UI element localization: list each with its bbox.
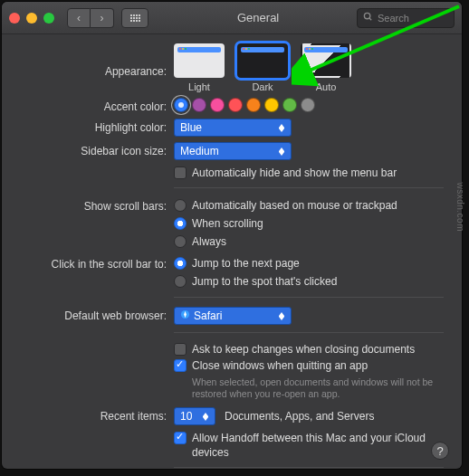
close-windows-label: Close windows when quitting an app <box>192 358 368 373</box>
svg-line-1 <box>369 17 371 19</box>
scroll-show-option-2[interactable]: Always <box>174 233 226 250</box>
accent-orange[interactable] <box>246 98 261 112</box>
divider <box>174 187 444 188</box>
autohide-menubar-input[interactable] <box>174 167 187 179</box>
highlight-value: Blue <box>180 121 202 134</box>
window-title: General <box>237 11 279 24</box>
content: Appearance: Light Dark Auto <box>2 34 462 469</box>
scrollbars-label: Show scroll bars: <box>11 197 174 213</box>
browser-label: Default web browser: <box>11 307 174 322</box>
accent-label: Accent color: <box>11 98 174 113</box>
nav-segment: ‹ › <box>67 8 114 28</box>
grid-icon <box>130 14 140 22</box>
recent-items-select[interactable]: 10 <box>174 407 215 425</box>
close-windows-checkbox[interactable]: Close windows when quitting an app <box>174 358 368 373</box>
appearance-label: Appearance: <box>11 43 174 78</box>
forward-button[interactable]: › <box>91 8 114 28</box>
handoff-input[interactable] <box>174 432 187 444</box>
search-field[interactable] <box>357 8 455 28</box>
recent-items-suffix: Documents, Apps, and Servers <box>225 410 374 423</box>
appearance-light[interactable]: Light <box>174 43 225 92</box>
scroll-click-radio-1[interactable] <box>174 275 187 288</box>
ask-keep-changes-label: Ask to keep changes when closing documen… <box>192 342 415 357</box>
titlebar: ‹ › General <box>2 2 462 34</box>
scroll-click-option-0[interactable]: Jump to the next page <box>174 255 300 271</box>
browser-value: Safari <box>194 309 222 322</box>
accent-green[interactable] <box>282 98 297 112</box>
scroll-show-label-0: Automatically based on mouse or trackpad <box>192 197 397 214</box>
ask-keep-changes-input[interactable] <box>174 343 187 356</box>
minimize-window-icon[interactable] <box>26 13 37 24</box>
search-input[interactable] <box>378 13 448 24</box>
zoom-window-icon[interactable] <box>43 13 54 24</box>
window-controls <box>9 13 54 24</box>
scroll-show-option-1[interactable]: When scrolling <box>174 215 263 232</box>
accent-pink[interactable] <box>210 98 225 112</box>
ask-keep-changes-checkbox[interactable]: Ask to keep changes when closing documen… <box>174 342 415 357</box>
sidebar-size-value: Medium <box>180 145 219 157</box>
autohide-menubar-label: Automatically hide and show the menu bar <box>192 166 397 180</box>
scroll-show-radio-2[interactable] <box>174 235 187 248</box>
chevron-right-icon: › <box>100 12 104 24</box>
accent-purple[interactable] <box>192 98 206 112</box>
scroll-show-label-1: When scrolling <box>192 215 263 232</box>
accent-color-row <box>174 98 444 112</box>
divider <box>174 467 444 468</box>
scroll-show-option-0[interactable]: Automatically based on mouse or trackpad <box>174 197 397 214</box>
watermark: wsxdn.com <box>455 182 465 232</box>
svg-point-0 <box>364 13 369 18</box>
autohide-menubar-checkbox[interactable]: Automatically hide and show the menu bar <box>174 166 397 180</box>
handoff-checkbox[interactable]: Allow Handoff between this Mac and your … <box>174 431 444 460</box>
appearance-auto-label: Auto <box>316 81 337 92</box>
scroll-show-radio-0[interactable] <box>174 199 187 212</box>
accent-gray[interactable] <box>301 98 315 112</box>
scroll-click-label-1: Jump to the spot that's clicked <box>192 273 337 290</box>
close-windows-hint: When selected, open documents and window… <box>192 376 444 400</box>
sidebar-label: Sidebar icon size: <box>11 142 174 157</box>
handoff-label: Allow Handoff between this Mac and your … <box>192 431 444 460</box>
appearance-dark-label: Dark <box>252 81 273 92</box>
compass-icon <box>180 309 190 322</box>
help-icon: ? <box>436 444 443 458</box>
close-window-icon[interactable] <box>9 13 20 24</box>
appearance-light-label: Light <box>188 81 210 92</box>
sidebar-size-select[interactable]: Medium <box>174 142 292 160</box>
divider <box>174 332 444 333</box>
appearance-options: Light Dark Auto <box>174 43 351 92</box>
scroll-click-option-1[interactable]: Jump to the spot that's clicked <box>174 273 337 290</box>
scroll-show-radio-1[interactable] <box>174 217 187 230</box>
close-windows-input[interactable] <box>174 359 187 372</box>
back-button[interactable]: ‹ <box>67 8 91 28</box>
appearance-auto[interactable]: Auto <box>301 43 351 92</box>
highlight-select[interactable]: Blue <box>174 119 292 137</box>
recent-items-value: 10 <box>180 410 192 423</box>
accent-yellow[interactable] <box>264 98 279 112</box>
chevron-left-icon: ‹ <box>77 12 81 24</box>
help-button[interactable]: ? <box>431 442 449 460</box>
scroll-click-label-0: Jump to the next page <box>192 255 300 271</box>
scroll-click-radio-0[interactable] <box>174 257 187 270</box>
highlight-label: Highlight color: <box>11 119 174 134</box>
divider <box>174 297 444 298</box>
browser-select[interactable]: Safari <box>174 307 292 325</box>
scrollclick-label: Click in the scroll bar to: <box>11 255 174 271</box>
accent-red[interactable] <box>228 98 243 112</box>
appearance-dark[interactable]: Dark <box>237 43 288 92</box>
show-all-button[interactable] <box>121 8 148 28</box>
preferences-window: ‹ › General Appearance: <box>2 2 462 469</box>
recent-label: Recent items: <box>11 407 174 423</box>
accent-blue[interactable] <box>174 98 188 112</box>
scroll-show-label-2: Always <box>192 233 226 250</box>
search-icon <box>363 12 373 24</box>
